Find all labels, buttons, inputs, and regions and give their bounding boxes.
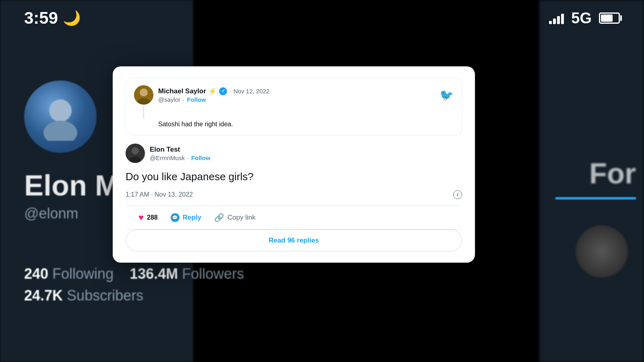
copy-link-action[interactable]: 🔗 Copy link <box>214 213 256 222</box>
michael-name-row: Michael Saylor ⚡ ✓ · Nov 12, 2022 <box>158 87 269 95</box>
background-right-bar <box>555 197 636 200</box>
read-replies-button[interactable]: Read 96 replies <box>126 230 462 251</box>
network-label: 5G <box>571 10 592 27</box>
michael-avatar <box>134 85 153 105</box>
replying-user-row: Elon Test @ErmnMusk · Follow <box>126 144 462 163</box>
verified-badge: ✓ <box>219 87 227 95</box>
svg-point-1 <box>43 121 77 141</box>
status-bar: 3:59 🌙 5G <box>0 0 644 36</box>
elon-handle-row: @ErmnMusk · Follow <box>150 154 211 161</box>
svg-point-3 <box>140 88 148 97</box>
reply-bubble-icon: 💬 <box>171 213 180 222</box>
tweet-timestamp-row: 1:17 AM · Nov 13, 2022 i <box>126 190 462 199</box>
moon-icon: 🌙 <box>63 10 81 27</box>
quoted-tweet: Michael Saylor ⚡ ✓ · Nov 12, 2022 @saylo… <box>126 78 462 136</box>
elon-avatar <box>126 144 145 163</box>
battery-fill <box>601 14 613 22</box>
elon-handle: @ErmnMusk <box>150 154 185 161</box>
quoted-tweet-header: Michael Saylor ⚡ ✓ · Nov 12, 2022 @saylo… <box>134 85 454 105</box>
quoted-date: Nov 12, 2022 <box>233 88 269 95</box>
reply-action[interactable]: 💬 Reply <box>171 213 201 222</box>
elon-name-row: Elon Test <box>150 146 211 154</box>
reply-label: Reply <box>183 214 201 222</box>
battery-icon <box>599 12 620 24</box>
dot-1: · <box>229 88 231 95</box>
michael-handle-row: @saylor · Follow <box>158 96 269 103</box>
action-bar: ♥ 288 💬 Reply 🔗 Copy link <box>126 206 462 229</box>
svg-point-6 <box>132 147 139 154</box>
avatar-svg <box>36 93 85 141</box>
background-avatar <box>24 80 97 153</box>
background-right-avatar <box>576 225 628 278</box>
dot-3: · <box>187 154 189 161</box>
twitter-bird-icon: 🐦 <box>440 88 454 102</box>
info-icon[interactable]: i <box>453 190 462 199</box>
background-name: Elon M <box>24 169 119 202</box>
like-action[interactable]: ♥ 288 <box>138 212 158 223</box>
elon-avatar-img <box>126 144 145 163</box>
like-count: 288 <box>147 214 158 221</box>
time-display: 3:59 <box>24 8 58 28</box>
stats-row-2: 24.7K Subscribers <box>24 287 244 304</box>
bar2 <box>553 19 556 24</box>
michael-name: Michael Saylor <box>158 87 206 95</box>
subscribers-count: 24.7K Subscribers <box>24 287 143 304</box>
dot-2: · <box>183 96 184 103</box>
elon-name: Elon Test <box>150 146 180 154</box>
elon-follow-button[interactable]: Follow <box>191 154 211 161</box>
michael-avatar-img <box>134 85 153 105</box>
copy-link-label: Copy link <box>227 214 256 222</box>
quoted-user-row: Michael Saylor ⚡ ✓ · Nov 12, 2022 @saylo… <box>134 85 269 105</box>
bar1 <box>549 21 552 24</box>
tweet-timestamp: 1:17 AM · Nov 13, 2022 <box>126 191 193 198</box>
background-stats: 240 Following 136.4M Followers 24.7K Sub… <box>24 265 244 309</box>
status-time: 3:59 🌙 <box>24 8 81 28</box>
card-inner: Michael Saylor ⚡ ✓ · Nov 12, 2022 @saylo… <box>113 66 475 163</box>
tweet-text: Do you like Japanese girls? <box>126 169 462 184</box>
background-right-text: For <box>589 157 636 190</box>
heart-icon: ♥ <box>138 212 144 223</box>
michael-follow-button[interactable]: Follow <box>187 96 206 103</box>
svg-point-0 <box>49 99 72 122</box>
stats-row-1: 240 Following 136.4M Followers <box>24 265 244 282</box>
status-right: 5G <box>549 10 620 27</box>
thread-line <box>143 106 144 118</box>
elon-test-info: Elon Test @ErmnMusk · Follow <box>150 146 211 161</box>
signal-bars <box>549 12 564 24</box>
followers-count: 136.4M Followers <box>130 265 244 282</box>
background-handle: @elonm <box>24 205 78 222</box>
main-tweet-section: Do you like Japanese girls? 1:17 AM · No… <box>113 169 475 230</box>
quoted-tweet-text: Satoshi had the right idea. <box>158 121 454 128</box>
michael-user-info: Michael Saylor ⚡ ✓ · Nov 12, 2022 @saylo… <box>158 87 269 103</box>
tweet-card: Michael Saylor ⚡ ✓ · Nov 12, 2022 @saylo… <box>113 66 475 263</box>
link-icon: 🔗 <box>214 213 224 222</box>
bar4 <box>561 14 564 24</box>
following-count: 240 Following <box>24 265 114 282</box>
bar3 <box>557 16 560 24</box>
lightning-icon: ⚡ <box>208 87 217 95</box>
michael-handle: @saylor <box>158 96 180 103</box>
